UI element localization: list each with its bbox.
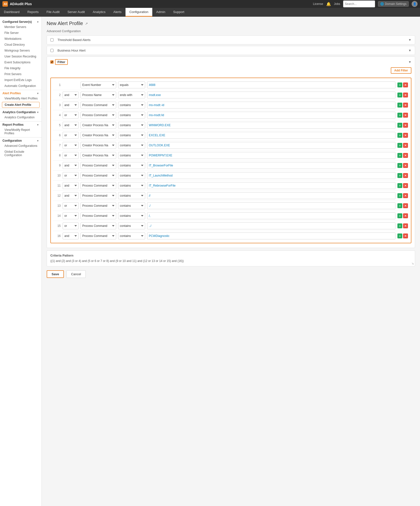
add-row-button[interactable]: +: [397, 193, 402, 198]
field-select[interactable]: Event NumberProcess NameProcess CommandC…: [81, 132, 116, 139]
add-row-button[interactable]: +: [397, 163, 402, 168]
domain-settings-button[interactable]: 🌐 Domain Settings: [378, 1, 409, 7]
delete-row-button[interactable]: ✕: [403, 183, 408, 188]
operator-select[interactable]: equalscontainsends withstarts withnot eq…: [118, 182, 145, 189]
logic-select[interactable]: andor: [63, 182, 79, 189]
operator-select[interactable]: equalscontainsends withstarts withnot eq…: [118, 132, 145, 139]
nav-configuration[interactable]: Configuration: [126, 8, 152, 17]
value-input[interactable]: [147, 102, 395, 109]
analytics-config-arrow[interactable]: ▼: [37, 111, 39, 114]
business-hour-header[interactable]: Business Hour Alert ▼: [47, 46, 415, 55]
delete-row-button[interactable]: ✕: [403, 223, 408, 228]
alert-profiles-arrow[interactable]: ▼: [37, 92, 39, 95]
value-input[interactable]: [147, 82, 395, 88]
logic-select[interactable]: andor: [63, 92, 79, 98]
value-input[interactable]: [147, 182, 395, 189]
logic-select[interactable]: andor: [63, 192, 79, 199]
operator-select[interactable]: equalscontainsends withstarts withnot eq…: [118, 92, 145, 98]
delete-row-button[interactable]: ✕: [403, 133, 408, 138]
add-row-button[interactable]: +: [397, 173, 402, 178]
sidebar-item-file-integrity[interactable]: File Integrity: [0, 65, 42, 71]
logic-select[interactable]: andor: [63, 102, 79, 109]
field-select[interactable]: Event NumberProcess NameProcess CommandC…: [81, 92, 116, 98]
nav-reports[interactable]: Reports: [24, 8, 43, 17]
operator-select[interactable]: equalscontainsends withstarts withnot eq…: [118, 152, 145, 159]
field-select[interactable]: Event NumberProcess NameProcess CommandC…: [81, 182, 116, 189]
delete-row-button[interactable]: ✕: [403, 103, 408, 108]
sidebar-item-view-alert-profiles[interactable]: View/Modify Alert Profiles: [0, 96, 42, 101]
value-input[interactable]: [147, 212, 395, 219]
delete-row-button[interactable]: ✕: [403, 193, 408, 198]
nav-alerts[interactable]: Alerts: [109, 8, 125, 17]
sidebar-item-auto-config[interactable]: Automatic Configuration: [0, 83, 42, 89]
sidebar-item-workstations[interactable]: Workstations: [0, 36, 42, 42]
delete-row-button[interactable]: ✕: [403, 213, 408, 218]
logic-select[interactable]: andor: [63, 142, 79, 149]
operator-select[interactable]: equalscontainsends withstarts withnot eq…: [118, 212, 145, 219]
add-filter-button[interactable]: Add Filter: [391, 67, 411, 74]
sidebar-item-cloud-directory[interactable]: Cloud Directory: [0, 42, 42, 48]
value-input[interactable]: [147, 122, 395, 129]
delete-row-button[interactable]: ✕: [403, 82, 408, 87]
configured-servers-arrow[interactable]: ▼: [37, 21, 39, 23]
report-profiles-arrow[interactable]: ▼: [37, 123, 39, 126]
add-row-button[interactable]: +: [397, 82, 402, 87]
sidebar-item-import-evt[interactable]: Import Evt/Evtx Logs: [0, 77, 42, 83]
value-input[interactable]: [147, 232, 395, 239]
sidebar-item-global-exclude[interactable]: Global Exclude Configuration: [0, 149, 42, 158]
logic-select[interactable]: andor: [63, 152, 79, 159]
cancel-button[interactable]: Cancel: [66, 270, 85, 278]
add-row-button[interactable]: +: [397, 93, 402, 97]
sidebar-item-advanced-configs[interactable]: Advanced Configurations: [0, 143, 42, 149]
filter-checkbox[interactable]: [50, 60, 54, 64]
logic-select[interactable]: andor: [63, 162, 79, 169]
logic-select[interactable]: andor: [63, 172, 79, 179]
add-row-button[interactable]: +: [397, 133, 402, 138]
field-select[interactable]: Event NumberProcess NameProcess CommandC…: [81, 232, 116, 239]
sidebar-item-file-server[interactable]: File Server: [0, 30, 42, 36]
jobs-link[interactable]: Jobs: [334, 2, 340, 6]
configuration-arrow[interactable]: ▼: [37, 139, 39, 142]
add-row-button[interactable]: +: [397, 223, 402, 228]
value-input[interactable]: [147, 92, 395, 98]
delete-row-button[interactable]: ✕: [403, 203, 408, 208]
nav-file-audit[interactable]: File Audit: [42, 8, 63, 17]
value-input[interactable]: [147, 222, 395, 229]
operator-select[interactable]: equalscontainsends withstarts withnot eq…: [118, 82, 145, 88]
logic-select[interactable]: andor: [63, 202, 79, 209]
field-select[interactable]: Event NumberProcess NameProcess CommandC…: [81, 212, 116, 219]
add-row-button[interactable]: +: [397, 233, 402, 238]
value-input[interactable]: [147, 202, 395, 209]
nav-support[interactable]: Support: [169, 8, 188, 17]
nav-server-audit[interactable]: Server Audit: [64, 8, 89, 17]
operator-select[interactable]: equalscontainsends withstarts withnot eq…: [118, 162, 145, 169]
search-input[interactable]: [343, 0, 375, 7]
nav-dashboard[interactable]: Dashboard: [0, 8, 24, 17]
delete-row-button[interactable]: ✕: [403, 123, 408, 128]
sidebar-item-analytics-config[interactable]: Analytics Configuration: [0, 114, 42, 120]
value-input[interactable]: [147, 192, 395, 199]
field-select[interactable]: Event NumberProcess NameProcess CommandC…: [81, 222, 116, 229]
operator-select[interactable]: equalscontainsends withstarts withnot eq…: [118, 142, 145, 149]
value-input[interactable]: [147, 152, 395, 159]
field-select[interactable]: Event NumberProcess NameProcess CommandC…: [81, 202, 116, 209]
delete-row-button[interactable]: ✕: [403, 153, 408, 158]
sidebar-item-create-alert-profile[interactable]: Create Alert Profile: [2, 102, 40, 108]
field-select[interactable]: Event NumberProcess NameProcess CommandC…: [81, 142, 116, 149]
delete-row-button[interactable]: ✕: [403, 93, 408, 97]
add-row-button[interactable]: +: [397, 213, 402, 218]
operator-select[interactable]: equalscontainsends withstarts withnot eq…: [118, 172, 145, 179]
threshold-alerts-header[interactable]: Threshold Based Alerts ▼: [47, 36, 415, 44]
delete-row-button[interactable]: ✕: [403, 173, 408, 178]
value-input[interactable]: [147, 172, 395, 179]
license-link[interactable]: License: [313, 2, 323, 6]
delete-row-button[interactable]: ✕: [403, 233, 408, 238]
logic-select[interactable]: andor: [63, 122, 79, 129]
operator-select[interactable]: equalscontainsends withstarts withnot eq…: [118, 192, 145, 199]
sidebar-item-print-servers[interactable]: Print Servers: [0, 71, 42, 77]
operator-select[interactable]: equalscontainsends withstarts withnot eq…: [118, 112, 145, 119]
external-link-icon[interactable]: ↗: [85, 22, 88, 26]
delete-row-button[interactable]: ✕: [403, 143, 408, 148]
nav-admin[interactable]: Admin: [152, 8, 169, 17]
save-button[interactable]: Save: [47, 270, 64, 278]
